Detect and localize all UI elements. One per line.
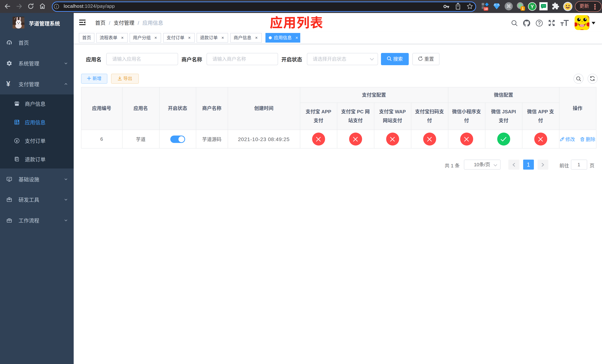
svg-text:⌘: ⌘ [506,3,511,9]
svg-text:Y: Y [531,4,534,10]
svg-text:1: 1 [522,7,524,11]
svg-text:10: 10 [484,7,488,11]
